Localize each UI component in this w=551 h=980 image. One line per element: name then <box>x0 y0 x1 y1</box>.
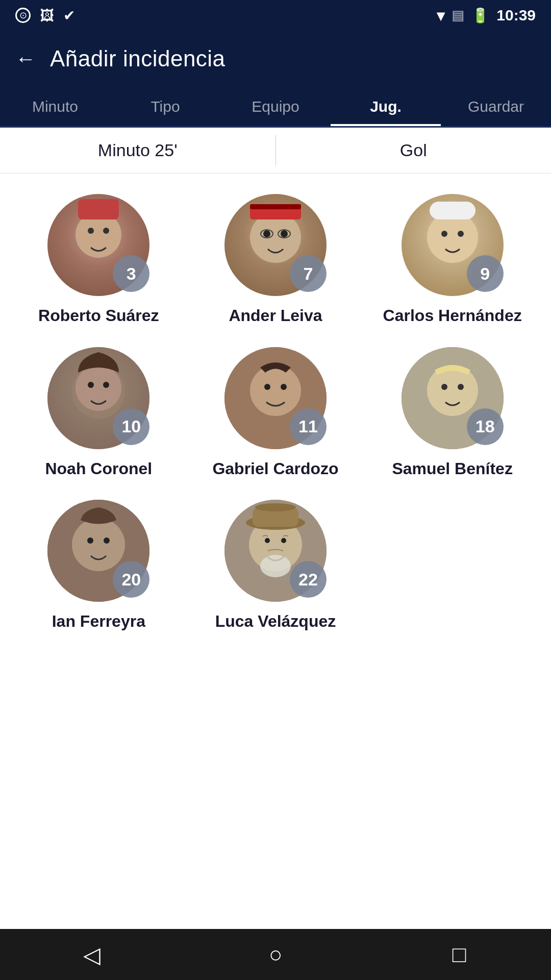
player-name-7: Ian Ferreyra <box>52 611 145 632</box>
svg-point-5 <box>263 230 270 237</box>
recent-nav-button[interactable]: □ <box>439 934 480 975</box>
player-name-5: Gabriel Cardozo <box>212 458 338 480</box>
bottom-nav: ◁ ○ □ <box>0 929 551 980</box>
svg-point-27 <box>458 384 464 390</box>
player-number-2: 7 <box>290 255 327 292</box>
svg-rect-3 <box>78 199 119 219</box>
tab-guardar[interactable]: Guardar <box>441 87 551 126</box>
tab-jug[interactable]: Jug. <box>331 87 441 126</box>
avatar-wrapper-7: 20 <box>47 500 149 602</box>
player-card-7[interactable]: 20 Ian Ferreyra <box>15 500 182 632</box>
player-number-8: 22 <box>290 561 327 598</box>
svg-point-13 <box>458 231 464 237</box>
player-name-1: Roberto Suárez <box>38 305 159 327</box>
svg-point-39 <box>260 555 291 577</box>
tab-tipo[interactable]: Tipo <box>110 87 220 126</box>
status-icons-left: ⊙ 🖼 ✔ <box>15 7 75 24</box>
svg-point-1 <box>88 228 94 234</box>
svg-point-34 <box>265 538 270 543</box>
players-grid: 3 Roberto Suárez 7 Ander Leiva <box>0 174 551 929</box>
player-number-5: 11 <box>290 408 327 445</box>
player-card-5[interactable]: 11 Gabriel Cardozo <box>192 347 359 480</box>
svg-point-38 <box>255 503 296 511</box>
player-card-6[interactable]: 18 Samuel Benítez <box>369 347 536 480</box>
info-type: Gol <box>276 140 552 160</box>
avatar-wrapper-2: 7 <box>224 194 327 296</box>
player-number-7: 20 <box>113 561 149 598</box>
player-number-1: 3 <box>113 255 149 292</box>
tab-minuto[interactable]: Minuto <box>0 87 110 126</box>
info-minute: Minuto 25' <box>0 140 276 160</box>
svg-point-29 <box>72 518 125 571</box>
svg-point-18 <box>88 382 94 388</box>
player-name-3: Carlos Hernández <box>383 305 522 327</box>
gallery-icon: 🖼 <box>40 7 54 24</box>
player-name-6: Samuel Benítez <box>392 458 513 480</box>
info-row: Minuto 25' Gol <box>0 128 551 174</box>
player-number-4: 10 <box>113 408 149 445</box>
player-card-8[interactable]: 22 Luca Velázquez <box>192 500 359 632</box>
avatar-wrapper-1: 3 <box>47 194 149 296</box>
home-nav-button[interactable]: ○ <box>255 934 296 975</box>
svg-point-12 <box>441 231 447 237</box>
battery-icon: 🔋 <box>471 7 489 24</box>
player-card-4[interactable]: 10 Noah Coronel <box>15 347 182 480</box>
avatar-wrapper-3: 9 <box>402 194 504 296</box>
svg-point-21 <box>250 365 301 416</box>
svg-point-19 <box>103 382 109 388</box>
tab-equipo[interactable]: Equipo <box>220 87 331 126</box>
svg-point-22 <box>264 384 270 390</box>
avatar-wrapper-6: 18 <box>402 347 504 449</box>
header: ← Añadir incidencia <box>0 31 551 87</box>
avatar-wrapper-4: 10 <box>47 347 149 449</box>
player-card-2[interactable]: 7 Ander Leiva <box>192 194 359 327</box>
wifi-icon: ▾ <box>437 7 444 24</box>
player-card-3[interactable]: 9 Carlos Hernández <box>369 194 536 327</box>
signal-icon: ▤ <box>452 8 464 23</box>
clock: 10:39 <box>496 7 536 24</box>
svg-point-26 <box>441 384 447 390</box>
player-card-1[interactable]: 3 Roberto Suárez <box>15 194 182 327</box>
player-number-3: 9 <box>467 255 504 292</box>
svg-point-2 <box>103 228 109 234</box>
back-button[interactable]: ← <box>15 48 36 69</box>
check-icon: ✔ <box>63 7 75 24</box>
player-number-6: 18 <box>467 408 504 445</box>
tab-bar: Minuto Tipo Equipo Jug. Guardar <box>0 87 551 128</box>
svg-point-35 <box>281 538 286 543</box>
svg-point-23 <box>281 384 287 390</box>
player-name-4: Noah Coronel <box>45 458 152 480</box>
svg-point-6 <box>281 230 288 237</box>
page-title: Añadir incidencia <box>50 46 226 71</box>
avatar-wrapper-5: 11 <box>224 347 327 449</box>
status-bar: ⊙ 🖼 ✔ ▾ ▤ 🔋 10:39 <box>0 0 551 31</box>
status-icons-right: ▾ ▤ 🔋 10:39 <box>437 7 536 24</box>
player-name-8: Luca Velázquez <box>215 611 336 632</box>
svg-point-30 <box>87 537 93 544</box>
avatar-wrapper-8: 22 <box>224 500 327 602</box>
svg-point-25 <box>427 365 478 416</box>
back-nav-button[interactable]: ◁ <box>71 934 112 975</box>
arc-icon: ⊙ <box>15 8 31 23</box>
svg-point-31 <box>104 537 110 544</box>
svg-rect-14 <box>430 202 475 219</box>
svg-rect-10 <box>250 204 301 209</box>
player-name-2: Ander Leiva <box>229 305 322 327</box>
